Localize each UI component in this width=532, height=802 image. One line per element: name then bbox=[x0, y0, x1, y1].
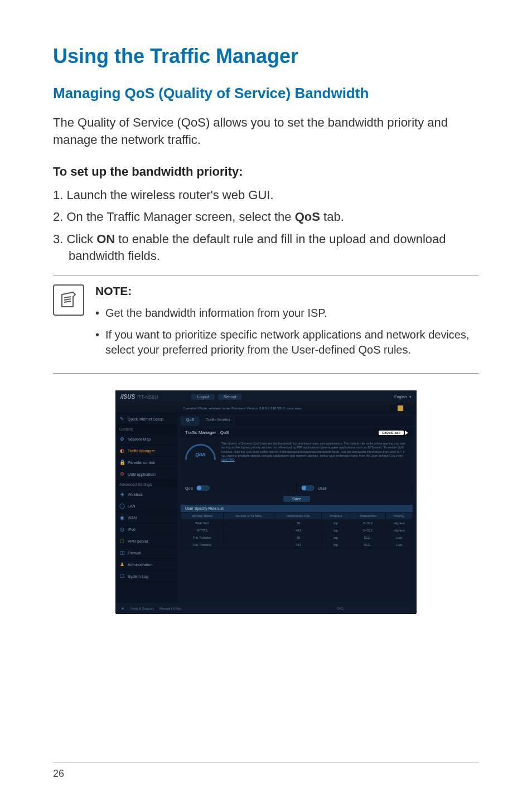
footer-manual[interactable]: Manual | Utility bbox=[159, 607, 181, 610]
sidebar-item-label: LAN bbox=[128, 504, 136, 508]
sidebar-item-wireless[interactable]: ◈ Wireless bbox=[116, 489, 177, 500]
language-selector[interactable]: English ▾ bbox=[394, 395, 412, 399]
sidebar-item-traffic-manager[interactable]: ◐ Traffic Manager bbox=[116, 445, 177, 457]
wifi-icon: ◈ bbox=[119, 491, 125, 497]
note-box: NOTE: Get the bandwidth information from… bbox=[53, 275, 479, 374]
footer-help: Help & Support bbox=[131, 607, 154, 610]
col-transferred: Transferred bbox=[350, 513, 386, 520]
user-rule-control[interactable]: User- bbox=[297, 483, 413, 493]
controls-row: QoS User- bbox=[181, 483, 413, 493]
sidebar-item-label: Administration bbox=[128, 563, 152, 567]
globe-icon: ⊕ bbox=[119, 436, 125, 442]
footer-faq[interactable]: FAQ bbox=[337, 607, 344, 610]
sidebar-item-label: Wireless bbox=[128, 492, 143, 496]
sidebar-item-label: Firewall bbox=[128, 551, 141, 555]
arrow-right-icon bbox=[405, 431, 408, 435]
panel-header: Traffic Manager - QoS EzQoS .ask bbox=[181, 428, 413, 437]
col-protocol: Protocol bbox=[322, 513, 350, 520]
brand-logo: /ISUS bbox=[120, 394, 135, 400]
rules-header: User Specify Rule List bbox=[181, 505, 413, 512]
sidebar-section-advanced: Advanced Settings bbox=[116, 480, 177, 489]
lan-icon: ◯ bbox=[119, 503, 125, 509]
col-source: Source IP or MAC bbox=[223, 513, 275, 520]
info-text: Operation Mode: wireless router Firmware… bbox=[183, 407, 302, 410]
gui-footer: Help & Support Manual | Utility FAQ bbox=[116, 603, 416, 614]
tab-traffic-monitor[interactable]: Traffic Monitor bbox=[200, 417, 236, 426]
tab-qos[interactable]: QoS bbox=[181, 417, 200, 426]
sidebar-item-admin[interactable]: ♟ Administration bbox=[116, 559, 177, 571]
note-item-1: Get the bandwidth information from your … bbox=[95, 306, 479, 321]
sidebar-item-vpn[interactable]: ⬡ VPN Server bbox=[116, 535, 177, 547]
status-icon bbox=[405, 405, 410, 411]
steps-list: 1. Launch the wireless router's web GUI.… bbox=[53, 187, 479, 264]
sidebar-item-quick-setup[interactable]: ✎ Quick Internet Setup bbox=[116, 413, 177, 425]
status-icon bbox=[398, 405, 403, 411]
save-button[interactable]: Save bbox=[283, 496, 310, 502]
log-icon: ☐ bbox=[119, 573, 125, 579]
col-dest: Destination Port bbox=[275, 513, 322, 520]
panel-title: Traffic Manager - QoS bbox=[185, 430, 229, 435]
notepad-icon bbox=[59, 290, 79, 310]
table-row: File Transfer 80 tcp 512~ Low bbox=[181, 534, 413, 542]
qos-gauge-icon: QoS bbox=[185, 444, 216, 475]
user-icon: ♟ bbox=[119, 562, 125, 567]
sidebar-item-ipv6[interactable]: ◎ IPv6 bbox=[116, 524, 177, 535]
sidebar-item-firewall[interactable]: ◫ Firewall bbox=[116, 547, 177, 559]
gui-header: /ISUS RT-N56U Logout Reboot English ▾ bbox=[116, 391, 416, 403]
chevron-down-icon: ▾ bbox=[409, 395, 412, 399]
ezqos-badge[interactable]: EzQoS .ask bbox=[379, 431, 408, 435]
page-title: Using the Traffic Manager bbox=[53, 45, 479, 68]
router-gui-screenshot: /ISUS RT-N56U Logout Reboot English ▾ Op… bbox=[115, 390, 417, 613]
tab-row: QoS Traffic Monitor bbox=[181, 417, 413, 426]
description-panel: QoS The Quality of Service (QoS) ensures… bbox=[181, 437, 413, 482]
rules-table: Service Name Source IP or MAC Destinatio… bbox=[181, 512, 413, 549]
save-row: Save bbox=[181, 493, 413, 505]
wand-icon: ✎ bbox=[119, 416, 125, 422]
lock-icon: 🔒 bbox=[119, 460, 125, 465]
table-row: File Transfer 443 tcp 512~ Low bbox=[181, 542, 413, 549]
sidebar-item-lan[interactable]: ◯ LAN bbox=[116, 500, 177, 512]
sidebar-item-syslog[interactable]: ☐ System Log bbox=[116, 571, 177, 582]
intro-text: The Quality of Service (QoS) allows you … bbox=[53, 114, 479, 149]
reboot-button[interactable]: Reboot bbox=[218, 394, 242, 400]
note-item-2: If you want to prioritize specific netwo… bbox=[95, 327, 479, 357]
step-2: 2. On the Traffic Manager screen, select… bbox=[53, 209, 479, 225]
qos-faq-link[interactable]: QoS FAQ bbox=[221, 458, 235, 461]
sidebar-item-label: IPv6 bbox=[128, 528, 136, 532]
col-service: Service Name bbox=[181, 513, 224, 520]
description-text: The Quality of Service (QoS) ensures the… bbox=[221, 442, 408, 477]
vpn-icon: ⬡ bbox=[119, 538, 125, 544]
qos-toggle-control[interactable]: QoS bbox=[181, 483, 297, 493]
step-1: 1. Launch the wireless router's web GUI. bbox=[53, 187, 479, 204]
table-row: HTTPS 443 tcp 0~512 Highest bbox=[181, 527, 413, 534]
wan-icon: ◉ bbox=[119, 515, 125, 520]
sidebar-item-label: Quick Internet Setup bbox=[128, 417, 163, 421]
sidebar-item-usb[interactable]: ⚙ USB application bbox=[116, 468, 177, 480]
sidebar-item-label: WAN bbox=[128, 516, 137, 520]
model-label: RT-N56U bbox=[137, 394, 158, 400]
note-content: NOTE: Get the bandwidth information from… bbox=[95, 284, 479, 364]
toggle-switch[interactable] bbox=[196, 485, 210, 491]
sidebar-item-label: VPN Server bbox=[128, 539, 148, 543]
gui-main: QoS Traffic Monitor Traffic Manager - Qo… bbox=[177, 413, 416, 603]
table-header-row: Service Name Source IP or MAC Destinatio… bbox=[181, 513, 413, 520]
step-3: 3. Click ON to enable the default rule a… bbox=[53, 231, 479, 264]
sidebar-item-label: Network Map bbox=[128, 437, 151, 441]
logout-button[interactable]: Logout bbox=[191, 394, 214, 400]
sidebar-item-label: System Log bbox=[128, 574, 148, 578]
gui-sidebar: ✎ Quick Internet Setup General ⊕ Network… bbox=[116, 413, 177, 603]
gauge-icon: ◐ bbox=[119, 448, 125, 453]
col-priority: Priority bbox=[386, 513, 413, 520]
page-subtitle: Managing QoS (Quality of Service) Bandwi… bbox=[53, 85, 479, 102]
status-icon bbox=[390, 405, 396, 411]
table-row: Web Surf 80 tcp 0~512 Highest bbox=[181, 520, 413, 527]
sidebar-item-network-map[interactable]: ⊕ Network Map bbox=[116, 433, 177, 445]
toggle-switch[interactable] bbox=[301, 485, 315, 491]
page-number: 26 bbox=[53, 768, 64, 780]
note-label: NOTE: bbox=[95, 284, 479, 298]
sidebar-item-parental[interactable]: 🔒 Parental control bbox=[116, 457, 177, 468]
ipv6-icon: ◎ bbox=[119, 526, 125, 532]
sidebar-section-general: General bbox=[116, 425, 177, 433]
sidebar-item-wan[interactable]: ◉ WAN bbox=[116, 512, 177, 524]
orb-icon bbox=[122, 607, 124, 610]
